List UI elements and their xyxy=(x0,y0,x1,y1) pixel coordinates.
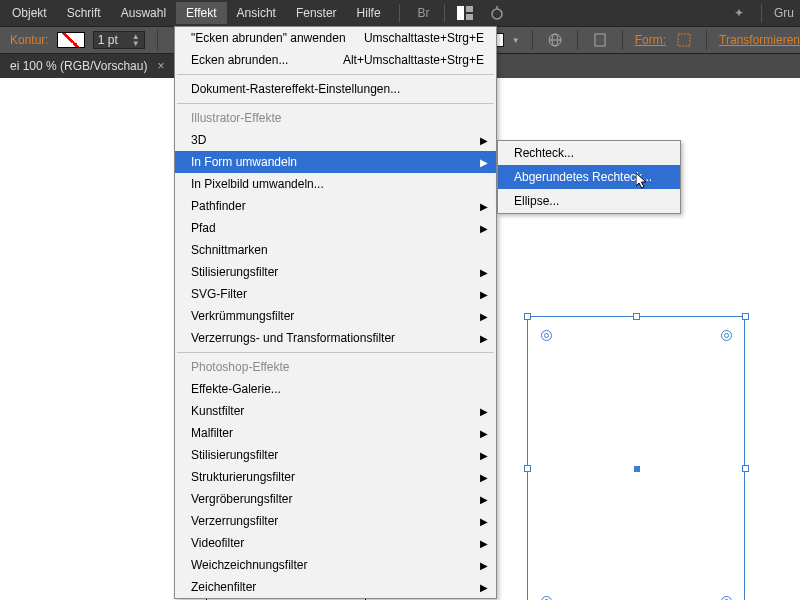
menu-ps-kunst[interactable]: Kunstfilter▶ xyxy=(175,400,496,422)
selection-bounding-box[interactable] xyxy=(527,316,745,600)
menu-ai-svg[interactable]: SVG-Filter▶ xyxy=(175,283,496,305)
submenu-rechteck[interactable]: Rechteck... xyxy=(498,141,680,165)
menu-ai-stilisierung[interactable]: Stilisierungsfilter▶ xyxy=(175,261,496,283)
menu-ps-mal[interactable]: Malfilter▶ xyxy=(175,422,496,444)
svg-rect-1 xyxy=(466,6,473,12)
menu-objekt[interactable]: Objekt xyxy=(2,2,57,24)
corner-widget-bl[interactable] xyxy=(541,596,552,600)
menu-ai-pfad[interactable]: Pfad▶ xyxy=(175,217,496,239)
menu-ps-galerie[interactable]: Effekte-Galerie... xyxy=(175,378,496,400)
globe-icon[interactable] xyxy=(545,30,565,50)
gpu-icon[interactable] xyxy=(486,2,508,24)
menu-ai-verkruemmung[interactable]: Verkrümmungsfilter▶ xyxy=(175,305,496,327)
document-tab[interactable]: ei 100 % (RGB/Vorschau) × xyxy=(0,54,174,78)
close-tab-icon[interactable]: × xyxy=(157,59,164,73)
menu-ps-weichzeichnung[interactable]: Weichzeichnungsfilter▶ xyxy=(175,554,496,576)
notification-icon[interactable]: ✦ xyxy=(728,2,750,24)
menu-ps-vergroeberung[interactable]: Vergröberungsfilter▶ xyxy=(175,488,496,510)
effekt-dropdown: "Ecken abrunden" anwendenUmschalttaste+S… xyxy=(174,26,497,599)
corner-widget-tr[interactable] xyxy=(721,330,732,341)
menu-ps-struktur[interactable]: Strukturierungsfilter▶ xyxy=(175,466,496,488)
menu-effekt[interactable]: Effekt xyxy=(176,2,226,24)
transform-link[interactable]: Transformieren xyxy=(719,33,800,47)
svg-rect-0 xyxy=(457,6,464,20)
corner-widget-br[interactable] xyxy=(721,596,732,600)
handle-tl[interactable] xyxy=(524,313,531,320)
submenu-ellipse[interactable]: Ellipse... xyxy=(498,189,680,213)
menu-ps-zeichen[interactable]: Zeichenfilter▶ xyxy=(175,576,496,598)
menu-fenster[interactable]: Fenster xyxy=(286,2,347,24)
svg-point-3 xyxy=(492,9,502,19)
document-setup-icon[interactable] xyxy=(590,30,610,50)
selection-center xyxy=(634,466,640,472)
kontur-label: Kontur: xyxy=(10,33,49,47)
arrange-documents-icon[interactable] xyxy=(454,2,476,24)
header-illustrator-effekte: Illustrator-Effekte xyxy=(175,107,496,129)
menu-ai-pathfinder[interactable]: Pathfinder▶ xyxy=(175,195,496,217)
menu-raster-settings[interactable]: Dokument-Rastereffekt-Einstellungen... xyxy=(175,78,496,100)
svg-rect-8 xyxy=(678,34,690,46)
handle-tc[interactable] xyxy=(633,313,640,320)
menu-ps-stil[interactable]: Stilisierungsfilter▶ xyxy=(175,444,496,466)
menu-ai-in-form-umwandeln[interactable]: In Form umwandeln▶ xyxy=(175,151,496,173)
menu-ansicht[interactable]: Ansicht xyxy=(227,2,286,24)
menu-ai-3d[interactable]: 3D▶ xyxy=(175,129,496,151)
menu-ai-verzerrung[interactable]: Verzerrungs- und Transformationsfilter▶ xyxy=(175,327,496,349)
menu-hilfe[interactable]: Hilfe xyxy=(347,2,391,24)
stroke-weight-input[interactable]: 1 pt▲▼ xyxy=(93,31,145,49)
shape-icon[interactable] xyxy=(674,30,694,50)
svg-rect-2 xyxy=(466,14,473,20)
menu-ai-schnittmarken[interactable]: Schnittmarken xyxy=(175,239,496,261)
menu-ps-video[interactable]: Videofilter▶ xyxy=(175,532,496,554)
handle-mr[interactable] xyxy=(742,465,749,472)
menu-auswahl[interactable]: Auswahl xyxy=(111,2,176,24)
handle-ml[interactable] xyxy=(524,465,531,472)
bridge-icon[interactable]: Br xyxy=(413,2,435,24)
stroke-swatch[interactable] xyxy=(57,32,85,48)
menu-apply-last[interactable]: "Ecken abrunden" anwendenUmschalttaste+S… xyxy=(175,27,496,49)
corner-widget-tl[interactable] xyxy=(541,330,552,341)
menubar: Objekt Schrift Auswahl Effekt Ansicht Fe… xyxy=(0,0,800,26)
in-form-umwandeln-submenu: Rechteck... Abgerundetes Rechteck... Ell… xyxy=(497,140,681,214)
document-title: ei 100 % (RGB/Vorschau) xyxy=(10,59,147,73)
menu-schrift[interactable]: Schrift xyxy=(57,2,111,24)
handle-tr[interactable] xyxy=(742,313,749,320)
header-photoshop-effekte: Photoshop-Effekte xyxy=(175,356,496,378)
svg-rect-7 xyxy=(595,34,605,46)
submenu-abgerundetes-rechteck[interactable]: Abgerundetes Rechteck... xyxy=(498,165,680,189)
menu-ps-verzerrung[interactable]: Verzerrungsfilter▶ xyxy=(175,510,496,532)
menu-last-settings[interactable]: Ecken abrunden...Alt+Umschalttaste+Strg+… xyxy=(175,49,496,71)
workspace-label[interactable]: Gru xyxy=(768,6,800,20)
form-link[interactable]: Form: xyxy=(635,33,666,47)
menu-ai-pixelbild[interactable]: In Pixelbild umwandeln... xyxy=(175,173,496,195)
